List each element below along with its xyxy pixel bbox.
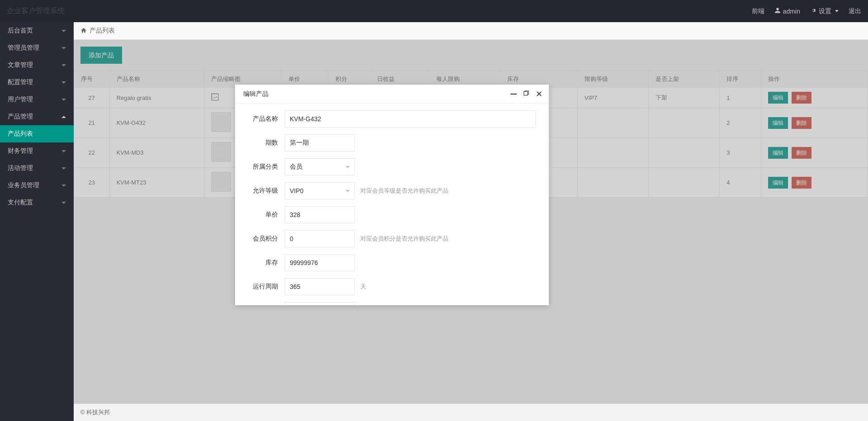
chevron-down-icon — [61, 167, 66, 170]
sidebar-item-label: 支付配置 — [8, 199, 33, 207]
caret-down-icon — [835, 10, 839, 12]
sidebar-item-1[interactable]: 管理员管理 — [0, 39, 74, 57]
gear-icon — [810, 7, 816, 15]
chevron-down-icon — [61, 30, 66, 32]
select-level[interactable]: VIP0 — [285, 182, 355, 199]
breadcrumb-text: 产品列表 — [90, 27, 115, 35]
chevron-down-icon — [61, 150, 66, 152]
minimize-icon[interactable] — [510, 94, 517, 95]
sidebar-item-label: 管理员管理 — [8, 44, 39, 52]
input-income[interactable] — [285, 302, 355, 305]
chevron-down-icon — [61, 81, 66, 84]
chevron-up-icon — [61, 116, 66, 118]
label-cycle: 运行周期 — [235, 283, 285, 291]
input-price[interactable] — [285, 206, 355, 223]
sidebar-item-2[interactable]: 文章管理 — [0, 57, 74, 74]
sidebar-item-7[interactable]: 活动管理 — [0, 160, 74, 177]
label-category: 所属分类 — [235, 163, 285, 171]
user-icon — [774, 7, 781, 15]
hint-cycle: 天 — [360, 283, 366, 291]
label-stock: 库存 — [235, 259, 285, 267]
sidebar-item-0[interactable]: 后台首页 — [0, 22, 74, 39]
caret-down-icon — [345, 166, 350, 168]
chevron-down-icon — [61, 99, 66, 101]
sidebar-item-label: 用户管理 — [8, 95, 33, 104]
chevron-down-icon — [61, 47, 66, 49]
modal-body: 产品名称 期数 所属分类 会员 允许等级 VIP0 对应会员等级是否允许购买此产… — [235, 104, 549, 305]
input-product-name[interactable] — [285, 110, 536, 128]
sidebar-item-5[interactable]: 产品管理 — [0, 108, 74, 125]
input-cycle[interactable] — [285, 278, 355, 295]
app-logo: 企业客户管理系统 — [7, 6, 65, 16]
hint-points: 对应会员积分是否允许购买此产品 — [360, 235, 448, 243]
select-category-value: 会员 — [290, 163, 302, 171]
label-product-name: 产品名称 — [235, 115, 285, 123]
select-category[interactable]: 会员 — [285, 158, 355, 175]
top-header: 企业客户管理系统 前端 admin 设置 退出 — [0, 0, 868, 22]
sidebar: 后台首页管理员管理文章管理配置管理用户管理产品管理产品列表财务管理活动管理业务员… — [0, 22, 74, 421]
header-actions: 前端 admin 设置 退出 — [752, 7, 861, 15]
label-price: 单价 — [235, 211, 285, 219]
sidebar-item-label: 业务员管理 — [8, 181, 39, 189]
sidebar-item-9[interactable]: 支付配置 — [0, 194, 74, 211]
sidebar-item-4[interactable]: 用户管理 — [0, 91, 74, 108]
input-period[interactable] — [285, 134, 355, 151]
label-points: 会员积分 — [235, 235, 285, 243]
user-menu[interactable]: admin — [774, 7, 800, 15]
close-icon[interactable]: ✕ — [536, 91, 542, 97]
sidebar-item-8[interactable]: 业务员管理 — [0, 177, 74, 194]
settings-menu[interactable]: 设置 — [810, 7, 839, 15]
hint-level: 对应会员等级是否允许购买此产品 — [360, 187, 448, 195]
modal-window-controls: ✕ — [510, 90, 542, 98]
select-level-value: VIP0 — [290, 187, 303, 194]
breadcrumb: 产品列表 — [74, 22, 868, 40]
home-icon — [80, 27, 87, 35]
modal-header: 编辑产品 ✕ — [235, 85, 549, 104]
username: admin — [783, 8, 800, 15]
svg-rect-1 — [524, 92, 528, 95]
input-points[interactable] — [285, 230, 355, 247]
label-period: 期数 — [235, 139, 285, 147]
logout-link[interactable]: 退出 — [849, 7, 861, 15]
footer: © 科技兴邦 — [74, 404, 868, 421]
sidebar-item-3[interactable]: 配置管理 — [0, 74, 74, 91]
maximize-icon[interactable] — [523, 90, 529, 98]
edit-product-modal: 编辑产品 ✕ 产品名称 期数 所属分类 会员 允许等级 V — [235, 85, 549, 305]
sidebar-item-6[interactable]: 财务管理 — [0, 142, 74, 160]
chevron-down-icon — [61, 64, 66, 66]
chevron-down-icon — [61, 202, 66, 204]
input-stock[interactable] — [285, 254, 355, 271]
caret-down-icon — [345, 190, 350, 192]
modal-title: 编辑产品 — [243, 90, 269, 98]
sidebar-item-label: 后台首页 — [8, 27, 33, 35]
sidebar-item-label: 产品管理 — [8, 113, 33, 121]
chevron-down-icon — [61, 184, 66, 187]
sidebar-item-label: 文章管理 — [8, 61, 33, 69]
label-level: 允许等级 — [235, 187, 285, 195]
sidebar-item-label: 活动管理 — [8, 164, 33, 172]
settings-label: 设置 — [819, 7, 831, 15]
sidebar-item-label: 财务管理 — [8, 147, 33, 155]
sidebar-child-product-list[interactable]: 产品列表 — [0, 125, 74, 142]
sidebar-item-label: 配置管理 — [8, 78, 33, 86]
frontend-link[interactable]: 前端 — [752, 7, 764, 15]
